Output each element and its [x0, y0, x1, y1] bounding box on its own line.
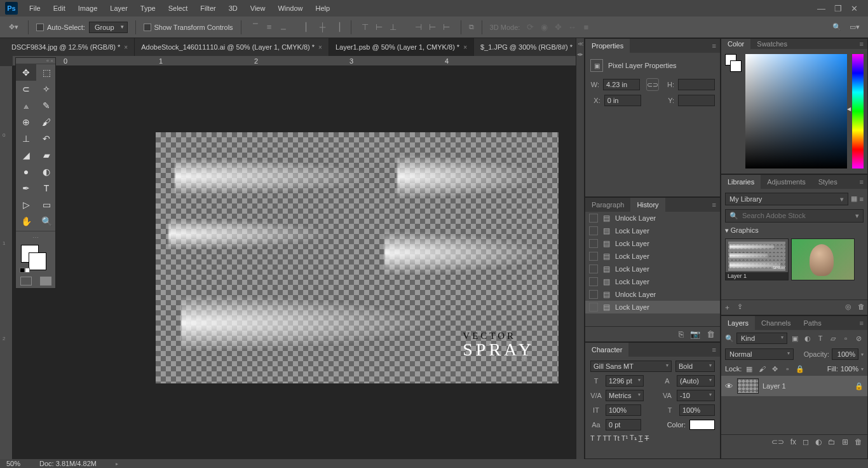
- filter-type-icon[interactable]: T: [815, 334, 825, 342]
- delete-layer-icon[interactable]: 🗑: [855, 437, 862, 446]
- font-size-input[interactable]: 1296 pt: [606, 375, 644, 387]
- font-family-select[interactable]: Gill Sans MT: [590, 361, 672, 372]
- lock-position-icon[interactable]: ✥: [770, 364, 780, 374]
- align-right-icon[interactable]: ▕: [330, 21, 343, 34]
- tab-doc-0[interactable]: DSCF9834.jpg @ 12.5% (RGB/8) *×: [5, 38, 135, 56]
- eraser-tool[interactable]: ◢: [16, 147, 36, 163]
- width-input[interactable]: [603, 79, 640, 90]
- menu-file[interactable]: File: [23, 0, 47, 17]
- zoom-tool[interactable]: 🔍: [36, 213, 57, 230]
- tab-character[interactable]: Character: [585, 343, 628, 357]
- panel-menu-icon[interactable]: ≡: [709, 39, 720, 53]
- blend-mode-select[interactable]: Normal: [725, 348, 794, 360]
- history-item[interactable]: ▤Lock Layer: [585, 237, 720, 250]
- align-top-icon[interactable]: ⎺: [249, 21, 262, 34]
- filter-search-icon[interactable]: 🔍: [725, 334, 734, 343]
- 3d-slide-icon[interactable]: ↔: [566, 21, 578, 34]
- close-icon[interactable]: ✕: [851, 4, 858, 13]
- lock-artboard-icon[interactable]: ▫: [782, 364, 792, 374]
- layer-group-icon[interactable]: 🗀: [828, 437, 836, 446]
- healing-tool[interactable]: ⊕: [16, 114, 36, 130]
- search-icon[interactable]: 🔍: [830, 20, 844, 34]
- type-tool[interactable]: T: [36, 180, 57, 196]
- status-flyout-icon[interactable]: ▸: [116, 461, 118, 467]
- library-asset-2[interactable]: [791, 238, 855, 280]
- panel-menu-icon[interactable]: ≡: [856, 39, 867, 49]
- filter-toggle-icon[interactable]: ⊘: [853, 334, 864, 343]
- blur-tool[interactable]: ●: [16, 163, 36, 180]
- workspace-icon[interactable]: ▭▾: [848, 20, 862, 34]
- superscript-icon[interactable]: T¹: [621, 434, 628, 442]
- tool-edit-icon[interactable]: ⋯: [16, 233, 55, 242]
- tab-doc-3[interactable]: $_1.JPG @ 300% (RGB/8#) *×: [474, 38, 587, 56]
- tab-close-icon[interactable]: ×: [318, 44, 322, 51]
- tab-close-icon[interactable]: ×: [124, 44, 128, 51]
- layer-lock-icon[interactable]: 🔒: [855, 382, 864, 390]
- lasso-tool[interactable]: ⊂: [16, 81, 36, 97]
- y-input[interactable]: [678, 95, 715, 106]
- panel-menu-icon[interactable]: ≡: [709, 343, 720, 357]
- trash-icon[interactable]: 🗑: [858, 303, 865, 312]
- library-asset-1[interactable]: SPRAY Layer 1: [725, 238, 789, 280]
- 3d-orbit-icon[interactable]: ⟳: [524, 21, 536, 34]
- section-toggle-icon[interactable]: ▾: [725, 226, 729, 234]
- layer-mask-icon[interactable]: ◻: [803, 437, 809, 446]
- doc-size[interactable]: Doc: 3.81M/4.82M: [39, 460, 97, 467]
- filter-smart-icon[interactable]: ▫: [841, 334, 851, 342]
- tab-styles[interactable]: Styles: [812, 175, 844, 189]
- underline-icon[interactable]: T: [639, 434, 643, 442]
- grid-view-icon[interactable]: ▦: [851, 195, 857, 203]
- lock-all-icon[interactable]: 🔒: [795, 364, 805, 374]
- tab-paths[interactable]: Paths: [797, 316, 828, 330]
- link-dimensions-icon[interactable]: ⊂⊃: [646, 78, 659, 91]
- filter-pixel-icon[interactable]: ▣: [790, 334, 800, 343]
- quickmask-mode-icon[interactable]: [40, 277, 51, 286]
- align-bottom-icon[interactable]: ⎽: [277, 21, 290, 34]
- magic-wand-tool[interactable]: ✧: [36, 81, 57, 97]
- link-layers-icon[interactable]: ⊂⊃: [771, 437, 784, 446]
- list-view-icon[interactable]: ≡: [860, 195, 864, 203]
- align-left-icon[interactable]: ▏: [302, 21, 315, 34]
- history-item[interactable]: ▤Lock Layer: [585, 263, 720, 275]
- 3d-pan-icon[interactable]: ✥: [552, 21, 564, 34]
- smallcaps-icon[interactable]: Tt: [613, 434, 620, 442]
- menu-3d[interactable]: 3D: [222, 0, 244, 17]
- tab-doc-1[interactable]: AdobeStock_146011110.ai @ 50% (Layer 1, …: [135, 38, 329, 56]
- panel-menu-icon[interactable]: ≡: [709, 198, 720, 212]
- bold-icon[interactable]: T: [590, 434, 595, 442]
- strike-icon[interactable]: T: [645, 434, 649, 442]
- history-item[interactable]: ▤Unlock Layer: [585, 212, 720, 224]
- standard-mode-icon[interactable]: [20, 277, 32, 286]
- tracking-input[interactable]: -10: [677, 390, 715, 401]
- x-input[interactable]: [604, 95, 641, 106]
- panel-menu-icon[interactable]: ≡: [856, 316, 867, 330]
- tab-history[interactable]: History: [630, 198, 665, 212]
- history-item[interactable]: ▤Lock Layer: [585, 275, 720, 288]
- menu-edit[interactable]: Edit: [47, 0, 72, 17]
- crop-tool[interactable]: ⟁: [16, 97, 36, 114]
- align-hcenter-icon[interactable]: ┼: [316, 21, 329, 34]
- new-layer-icon[interactable]: ⊞: [842, 437, 848, 446]
- layer-row[interactable]: 👁 Layer 1 🔒: [721, 376, 867, 396]
- menu-view[interactable]: View: [244, 0, 272, 17]
- layer-thumbnail[interactable]: [737, 378, 759, 394]
- tab-color[interactable]: Color: [721, 39, 750, 49]
- height-input[interactable]: [678, 79, 715, 90]
- color-field[interactable]: [745, 54, 847, 169]
- auto-select-mode[interactable]: Group: [89, 22, 128, 33]
- color-swatches[interactable]: [16, 242, 55, 274]
- lock-image-icon[interactable]: 🖌: [757, 364, 767, 374]
- subscript-icon[interactable]: T₁: [630, 434, 637, 442]
- tab-layers[interactable]: Layers: [721, 316, 755, 330]
- baseline-input[interactable]: [606, 419, 641, 430]
- dist-hcenter-icon[interactable]: ⊢: [426, 21, 439, 34]
- lock-transparency-icon[interactable]: ▦: [744, 364, 754, 374]
- auto-align-icon[interactable]: ⧉: [469, 23, 474, 31]
- panel-menu-icon[interactable]: ≡: [856, 175, 867, 189]
- minimize-icon[interactable]: —: [817, 4, 825, 13]
- hscale-input[interactable]: [679, 404, 715, 416]
- move-tool-icon[interactable]: ✥▾: [6, 20, 20, 34]
- upload-icon[interactable]: ⇪: [737, 303, 743, 312]
- tab-properties[interactable]: Properties: [585, 39, 630, 53]
- chevron-down-icon[interactable]: ▾: [861, 352, 864, 357]
